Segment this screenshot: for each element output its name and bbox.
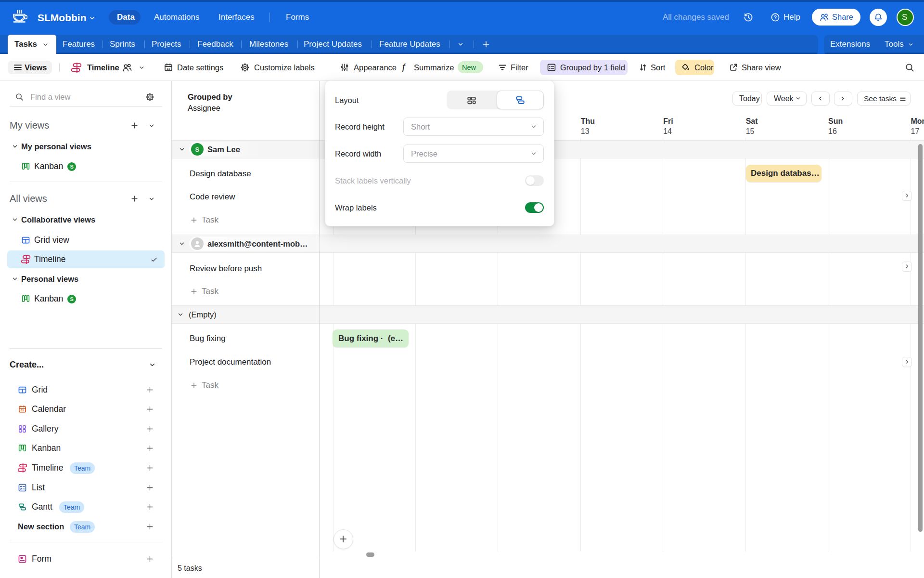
svg-text:?: ? — [774, 14, 777, 20]
svg-text:31: 31 — [167, 67, 170, 70]
svg-text:31: 31 — [21, 409, 24, 412]
